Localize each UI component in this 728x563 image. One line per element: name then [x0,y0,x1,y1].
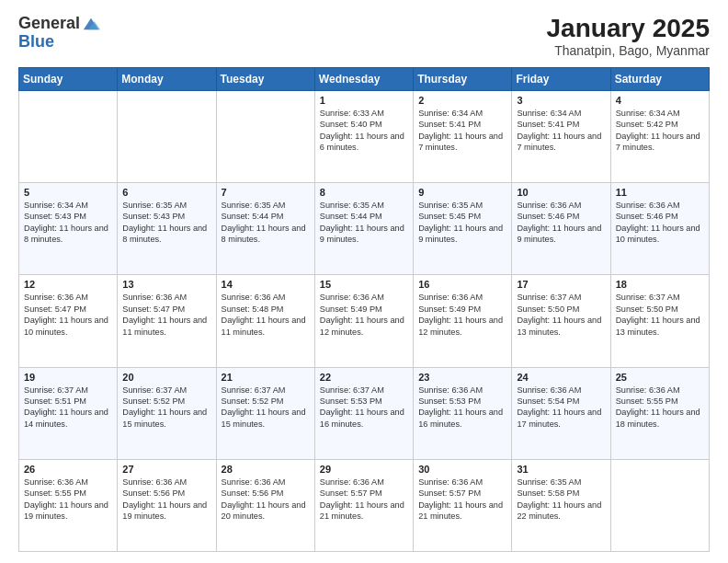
day-info: Sunrise: 6:35 AM Sunset: 5:58 PM Dayligh… [517,477,605,523]
day-number: 9 [418,187,506,198]
calendar-header-thursday: Thursday [414,67,512,90]
calendar-week-4: 26Sunrise: 6:36 AM Sunset: 5:55 PM Dayli… [19,459,710,551]
day-info: Sunrise: 6:37 AM Sunset: 5:51 PM Dayligh… [24,385,112,431]
calendar-cell: 6Sunrise: 6:35 AM Sunset: 5:43 PM Daylig… [118,183,216,275]
day-number: 27 [122,464,210,475]
day-number: 21 [222,372,310,383]
day-number: 26 [24,464,112,475]
day-number: 31 [517,464,605,475]
day-number: 20 [122,372,210,383]
calendar-cell: 17Sunrise: 6:37 AM Sunset: 5:50 PM Dayli… [512,275,610,367]
calendar-week-0: 1Sunrise: 6:33 AM Sunset: 5:40 PM Daylig… [19,90,710,182]
calendar-cell: 18Sunrise: 6:37 AM Sunset: 5:50 PM Dayli… [610,275,709,367]
calendar-cell: 15Sunrise: 6:36 AM Sunset: 5:49 PM Dayli… [314,275,413,367]
day-info: Sunrise: 6:36 AM Sunset: 5:47 PM Dayligh… [122,292,210,338]
calendar-week-3: 19Sunrise: 6:37 AM Sunset: 5:51 PM Dayli… [19,367,710,459]
calendar-cell: 31Sunrise: 6:35 AM Sunset: 5:58 PM Dayli… [512,459,610,551]
day-number: 18 [616,279,704,290]
day-number: 12 [24,279,112,290]
calendar-cell: 25Sunrise: 6:36 AM Sunset: 5:55 PM Dayli… [610,367,709,459]
day-info: Sunrise: 6:33 AM Sunset: 5:40 PM Dayligh… [320,108,408,154]
day-info: Sunrise: 6:35 AM Sunset: 5:44 PM Dayligh… [222,200,310,246]
logo-blue: Blue [18,33,100,52]
calendar-cell: 2Sunrise: 6:34 AM Sunset: 5:41 PM Daylig… [414,90,512,182]
calendar-cell: 5Sunrise: 6:34 AM Sunset: 5:43 PM Daylig… [19,183,118,275]
logo-icon [82,15,100,33]
day-number: 8 [320,187,408,198]
calendar-cell: 14Sunrise: 6:36 AM Sunset: 5:48 PM Dayli… [216,275,314,367]
calendar-table: SundayMondayTuesdayWednesdayThursdayFrid… [18,67,710,552]
day-info: Sunrise: 6:36 AM Sunset: 5:57 PM Dayligh… [418,477,506,523]
logo-general: General [18,15,80,33]
title-block: January 2025 Thanatpin, Bago, Myanmar [547,15,710,58]
day-number: 10 [517,187,605,198]
day-number: 14 [222,279,310,290]
day-number: 15 [320,279,408,290]
calendar-cell: 22Sunrise: 6:37 AM Sunset: 5:53 PM Dayli… [314,367,413,459]
day-info: Sunrise: 6:35 AM Sunset: 5:43 PM Dayligh… [122,200,210,246]
day-info: Sunrise: 6:35 AM Sunset: 5:45 PM Dayligh… [418,200,506,246]
calendar-cell: 16Sunrise: 6:36 AM Sunset: 5:49 PM Dayli… [414,275,512,367]
day-info: Sunrise: 6:36 AM Sunset: 5:56 PM Dayligh… [222,477,310,523]
calendar-cell: 27Sunrise: 6:36 AM Sunset: 5:56 PM Dayli… [118,459,216,551]
day-info: Sunrise: 6:36 AM Sunset: 5:53 PM Dayligh… [418,385,506,431]
day-info: Sunrise: 6:36 AM Sunset: 5:55 PM Dayligh… [24,477,112,523]
page: General Blue January 2025 Thanatpin, Bag… [0,0,728,563]
header: General Blue January 2025 Thanatpin, Bag… [18,15,710,58]
day-info: Sunrise: 6:37 AM Sunset: 5:50 PM Dayligh… [517,292,605,338]
calendar-header-monday: Monday [118,67,216,90]
day-info: Sunrise: 6:37 AM Sunset: 5:52 PM Dayligh… [222,385,310,431]
calendar-cell: 11Sunrise: 6:36 AM Sunset: 5:46 PM Dayli… [610,183,709,275]
month-title: January 2025 [547,15,710,43]
day-info: Sunrise: 6:36 AM Sunset: 5:49 PM Dayligh… [320,292,408,338]
day-number: 17 [517,279,605,290]
calendar-cell: 23Sunrise: 6:36 AM Sunset: 5:53 PM Dayli… [414,367,512,459]
calendar-cell: 21Sunrise: 6:37 AM Sunset: 5:52 PM Dayli… [216,367,314,459]
calendar-cell: 28Sunrise: 6:36 AM Sunset: 5:56 PM Dayli… [216,459,314,551]
calendar-cell: 12Sunrise: 6:36 AM Sunset: 5:47 PM Dayli… [19,275,118,367]
day-info: Sunrise: 6:36 AM Sunset: 5:47 PM Dayligh… [24,292,112,338]
day-number: 13 [122,279,210,290]
calendar-cell [216,90,314,182]
day-number: 16 [418,279,506,290]
location: Thanatpin, Bago, Myanmar [547,43,710,58]
day-info: Sunrise: 6:36 AM Sunset: 5:46 PM Dayligh… [517,200,605,246]
day-info: Sunrise: 6:36 AM Sunset: 5:49 PM Dayligh… [418,292,506,338]
calendar-cell [19,90,118,182]
calendar-cell: 26Sunrise: 6:36 AM Sunset: 5:55 PM Dayli… [19,459,118,551]
day-number: 1 [320,95,408,106]
day-info: Sunrise: 6:36 AM Sunset: 5:46 PM Dayligh… [616,200,704,246]
calendar-header-wednesday: Wednesday [314,67,413,90]
day-info: Sunrise: 6:36 AM Sunset: 5:57 PM Dayligh… [320,477,408,523]
calendar-cell: 8Sunrise: 6:35 AM Sunset: 5:44 PM Daylig… [314,183,413,275]
calendar-cell: 9Sunrise: 6:35 AM Sunset: 5:45 PM Daylig… [414,183,512,275]
day-info: Sunrise: 6:36 AM Sunset: 5:55 PM Dayligh… [616,385,704,431]
day-info: Sunrise: 6:34 AM Sunset: 5:41 PM Dayligh… [418,108,506,154]
day-info: Sunrise: 6:34 AM Sunset: 5:42 PM Dayligh… [616,108,704,154]
day-number: 23 [418,372,506,383]
day-number: 30 [418,464,506,475]
day-info: Sunrise: 6:36 AM Sunset: 5:56 PM Dayligh… [122,477,210,523]
day-number: 11 [616,187,704,198]
calendar-cell: 20Sunrise: 6:37 AM Sunset: 5:52 PM Dayli… [118,367,216,459]
calendar-header-friday: Friday [512,67,610,90]
calendar-cell [610,459,709,551]
day-info: Sunrise: 6:37 AM Sunset: 5:52 PM Dayligh… [122,385,210,431]
logo: General Blue [18,15,100,52]
day-info: Sunrise: 6:36 AM Sunset: 5:54 PM Dayligh… [517,385,605,431]
calendar-week-1: 5Sunrise: 6:34 AM Sunset: 5:43 PM Daylig… [19,183,710,275]
day-info: Sunrise: 6:35 AM Sunset: 5:44 PM Dayligh… [320,200,408,246]
day-number: 5 [24,187,112,198]
calendar-cell: 24Sunrise: 6:36 AM Sunset: 5:54 PM Dayli… [512,367,610,459]
day-number: 29 [320,464,408,475]
day-number: 7 [222,187,310,198]
calendar-cell: 13Sunrise: 6:36 AM Sunset: 5:47 PM Dayli… [118,275,216,367]
day-number: 2 [418,95,506,106]
calendar-cell: 1Sunrise: 6:33 AM Sunset: 5:40 PM Daylig… [314,90,413,182]
day-number: 19 [24,372,112,383]
day-number: 25 [616,372,704,383]
day-number: 3 [517,95,605,106]
day-info: Sunrise: 6:37 AM Sunset: 5:50 PM Dayligh… [616,292,704,338]
day-number: 22 [320,372,408,383]
day-number: 28 [222,464,310,475]
